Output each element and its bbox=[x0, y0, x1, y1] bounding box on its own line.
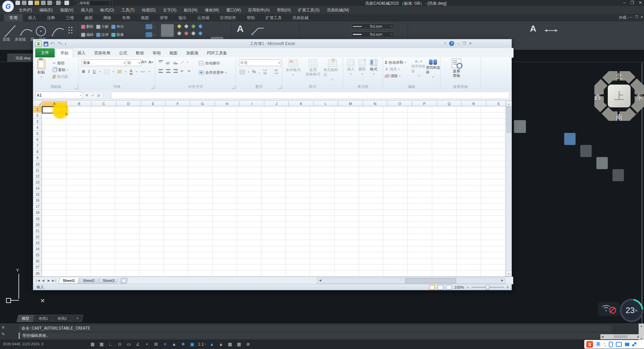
excel-tab-3[interactable]: 页面布局 bbox=[90, 49, 115, 57]
layer-lock-icon[interactable] bbox=[191, 24, 196, 29]
column-header-C[interactable]: C bbox=[92, 101, 116, 106]
cad-menu-12[interactable]: 帮助(H) bbox=[274, 6, 294, 14]
name-box[interactable]: A1▾ bbox=[35, 92, 83, 99]
cad-menu-8[interactable]: 标注(N) bbox=[180, 6, 201, 14]
row-header-22[interactable]: 22 bbox=[33, 234, 42, 240]
insert-function-icon[interactable]: fx bbox=[97, 93, 100, 98]
cad-menu-10[interactable]: 窗口(W) bbox=[223, 6, 244, 14]
row-header-2[interactable]: 2 bbox=[33, 112, 42, 118]
cad-menu-7[interactable]: 文字(X) bbox=[160, 6, 180, 14]
redo-icon[interactable] bbox=[56, 1, 61, 5]
block-library-icon[interactable] bbox=[596, 157, 608, 169]
vscroll-thumb[interactable] bbox=[506, 107, 511, 133]
layer-freeze-icon[interactable] bbox=[184, 24, 189, 29]
zoom-out-button[interactable]: − bbox=[467, 285, 469, 290]
cad-ribbon-tab-5[interactable]: 网格 bbox=[98, 14, 117, 21]
column-header-Q[interactable]: Q bbox=[437, 101, 462, 106]
cad-ribbon-tab-1[interactable]: 插入 bbox=[23, 14, 42, 21]
cad-horizontal-scrollbar[interactable]: ◀ ▶ bbox=[600, 334, 641, 339]
copy-button[interactable]: 复制▾ bbox=[53, 67, 68, 73]
bold-button[interactable]: B bbox=[82, 69, 85, 74]
mirror-tool[interactable]: 镜像 bbox=[111, 32, 124, 37]
new-file-icon[interactable] bbox=[15, 1, 20, 5]
excel-close-button[interactable]: ✕ bbox=[469, 41, 472, 46]
sheet-vertical-scrollbar[interactable]: ▲ ▼ bbox=[505, 101, 511, 277]
ime-mic-icon[interactable] bbox=[609, 342, 613, 347]
align-pattern-button[interactable] bbox=[146, 32, 152, 37]
layer-iso-icon[interactable] bbox=[177, 31, 181, 36]
excel-tab-2[interactable]: 插入 bbox=[73, 49, 90, 57]
row-header-18[interactable]: 18 bbox=[33, 210, 42, 216]
row-header-21[interactable]: 21 bbox=[33, 228, 42, 234]
annotation-icon[interactable]: ▲ bbox=[209, 340, 215, 348]
excel-minimize-button[interactable]: – bbox=[457, 41, 460, 46]
draw-tool-icons[interactable] bbox=[3, 23, 74, 38]
polyline-tool[interactable]: 多段线 bbox=[15, 37, 26, 42]
row-header-23[interactable]: 23 bbox=[33, 240, 42, 246]
hscroll-right-button[interactable]: ▶ bbox=[500, 278, 505, 283]
undo-icon[interactable] bbox=[47, 1, 52, 5]
row-header-17[interactable]: 17 bbox=[33, 204, 42, 210]
font-family-select[interactable]: 宋体▾ bbox=[82, 59, 126, 66]
column-header-D[interactable]: D bbox=[116, 101, 141, 106]
battery-widget[interactable]: 23% bbox=[620, 299, 643, 322]
row-header-8[interactable]: 8 bbox=[33, 149, 42, 155]
format-painter-button[interactable]: 格式刷 bbox=[53, 73, 68, 80]
compass-south-label[interactable]: 南 bbox=[616, 113, 623, 122]
ime-keyboard-icon[interactable] bbox=[616, 342, 622, 347]
table-icon[interactable]: ▦ bbox=[236, 340, 243, 348]
cad-ribbon-tab-10[interactable]: 云存储 bbox=[192, 14, 215, 21]
cad-menu-6[interactable]: 绘图(D) bbox=[139, 6, 159, 14]
redo-caret-icon[interactable]: ˅ bbox=[61, 1, 63, 4]
workspace-select[interactable]: 二维草图 ˅ bbox=[74, 1, 113, 6]
hscroll-thumb[interactable] bbox=[405, 278, 456, 283]
next-sheet-icon[interactable]: ▶ bbox=[46, 279, 51, 282]
italic-button[interactable]: I bbox=[88, 69, 90, 74]
ime-language-toggle[interactable]: 英 bbox=[596, 341, 600, 347]
sheet-tab-sheet1[interactable]: Sheet1 bbox=[58, 278, 79, 284]
worksheet-grid[interactable] bbox=[42, 106, 505, 277]
excel-tab-1[interactable]: 开始 bbox=[56, 49, 73, 57]
text-tool-icon[interactable]: A bbox=[237, 23, 244, 34]
column-header-L[interactable]: L bbox=[314, 101, 338, 106]
row-header-4[interactable]: 4 bbox=[33, 124, 42, 131]
row-header-1[interactable]: 1 bbox=[33, 106, 42, 112]
line-tool[interactable]: 直线 bbox=[3, 37, 10, 42]
stretch-tool[interactable]: 拉伸 bbox=[96, 32, 109, 37]
layers-qat-icon[interactable] bbox=[64, 1, 69, 5]
column-header-J[interactable]: J bbox=[264, 101, 289, 106]
row-header-10[interactable]: 10 bbox=[33, 161, 42, 167]
select-all-corner[interactable] bbox=[33, 101, 42, 106]
dynamic-ucs-icon[interactable]: ▣ bbox=[189, 340, 196, 348]
layout-tab-0[interactable]: 模型 bbox=[16, 315, 34, 322]
number-format-select[interactable]: 常规▾ bbox=[239, 59, 281, 66]
layout-tab-2[interactable]: 布局2 bbox=[52, 315, 72, 322]
column-header-K[interactable]: K bbox=[289, 101, 314, 106]
print-icon[interactable] bbox=[41, 1, 46, 5]
doc-close-button[interactable]: ✕ bbox=[641, 15, 643, 19]
align-center-button[interactable] bbox=[166, 69, 170, 73]
cad-ribbon-tab-11[interactable]: 应用软件 bbox=[215, 14, 241, 21]
clipboard-dialog-launcher[interactable] bbox=[74, 86, 78, 89]
column-header-M[interactable]: M bbox=[338, 101, 363, 106]
nav-wheel-icon[interactable]: ⊕ bbox=[245, 340, 252, 348]
row-header-11[interactable]: 11 bbox=[33, 167, 42, 173]
undo-caret-icon[interactable]: ˅ bbox=[53, 1, 54, 4]
layout-tab-3[interactable]: + bbox=[71, 315, 84, 322]
cut-button[interactable]: ✂剪切 bbox=[53, 60, 64, 66]
normal-view-button[interactable] bbox=[429, 285, 435, 290]
invoice-check-button[interactable]: 发票 查验 bbox=[452, 59, 461, 78]
excel-tab-6[interactable]: 审阅 bbox=[148, 49, 165, 57]
command-edit-icon[interactable]: ✎ bbox=[1, 332, 5, 337]
selection-cursor-icon[interactable]: ▲ bbox=[171, 340, 177, 348]
zoom-slider-thumb[interactable] bbox=[486, 285, 489, 290]
cad-menu-1[interactable]: 编辑(E) bbox=[36, 6, 56, 14]
layer-merge-icon[interactable] bbox=[191, 31, 196, 36]
column-header-N[interactable]: N bbox=[363, 101, 388, 106]
grid-icon[interactable]: ▦ bbox=[89, 340, 96, 348]
cad-ribbon-tab-9[interactable]: 输出 bbox=[173, 14, 192, 21]
explode-tool[interactable]: 分解 bbox=[96, 24, 109, 29]
cad-menu-13[interactable]: 扩展工具(S) bbox=[295, 6, 323, 14]
scroll-up-icon[interactable]: ▲ bbox=[640, 325, 643, 328]
ribbon-collapse-icon[interactable]: ˄ bbox=[444, 42, 446, 45]
